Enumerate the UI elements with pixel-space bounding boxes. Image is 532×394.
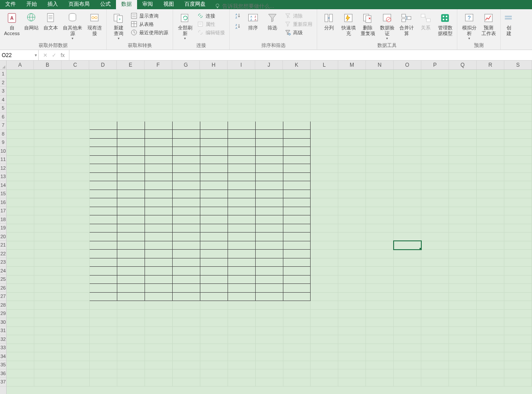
cell[interactable] [7,326,34,335]
flash-fill-button[interactable]: 快速填充 [339,11,358,37]
sort-az-button[interactable]: AZ [232,12,243,20]
tab-file[interactable]: 文件 [0,0,21,9]
cell[interactable] [34,344,62,352]
cell[interactable] [62,233,90,241]
cell[interactable] [117,292,145,301]
cell[interactable] [366,233,394,241]
cell[interactable] [172,275,200,284]
cell[interactable] [504,258,532,267]
cell[interactable] [394,352,421,361]
cell[interactable] [394,104,421,113]
cell[interactable] [338,301,366,310]
cell[interactable] [338,147,366,156]
cell[interactable] [200,113,228,122]
row-header[interactable]: 13 [0,172,6,181]
row-header[interactable]: 22 [0,250,6,258]
cell[interactable] [62,258,90,267]
cell[interactable] [338,79,366,87]
cell[interactable] [117,369,145,378]
cell[interactable] [228,258,255,267]
cell[interactable] [283,147,311,156]
cell[interactable] [283,155,311,164]
cell[interactable] [476,104,504,113]
cell[interactable] [394,87,421,96]
cell[interactable] [311,335,338,344]
cell[interactable] [34,79,62,87]
cell[interactable] [62,301,90,310]
cell[interactable] [34,96,62,104]
dropdown-icon[interactable]: ▾ [35,53,37,57]
cell[interactable] [90,70,117,79]
cell[interactable] [200,164,228,173]
row-header[interactable]: 3 [0,87,6,96]
cell[interactable] [311,326,338,335]
cell[interactable] [283,87,311,96]
cell[interactable] [504,96,532,104]
cell[interactable] [145,335,173,344]
cell[interactable] [255,318,283,327]
cell[interactable] [476,318,504,327]
cell[interactable] [504,198,532,207]
cell[interactable] [62,207,90,215]
cell[interactable] [366,70,394,79]
cell[interactable] [421,181,449,190]
tab-insert[interactable]: 插入 [42,0,63,9]
cell[interactable] [90,181,117,190]
cell[interactable] [449,87,477,96]
cell[interactable] [449,326,477,335]
from-table-button[interactable]: 从表格 [129,20,170,28]
cell[interactable] [421,130,449,139]
cell[interactable] [394,318,421,327]
cell[interactable] [311,172,338,181]
cell[interactable] [283,207,311,215]
cell[interactable] [421,87,449,96]
cell[interactable] [394,267,421,276]
cell[interactable] [200,181,228,190]
cell[interactable] [90,292,117,301]
cell[interactable] [200,198,228,207]
cell[interactable] [283,79,311,87]
cell[interactable] [117,241,145,250]
cell[interactable] [228,155,255,164]
cell[interactable] [311,378,338,387]
cell[interactable] [7,275,34,284]
row-header[interactable]: 34 [0,352,6,361]
cell[interactable] [228,233,255,241]
cell[interactable] [34,164,62,173]
cell[interactable] [449,155,477,164]
cell[interactable] [90,130,117,139]
cell[interactable] [145,113,173,122]
cell[interactable] [394,155,421,164]
column-header[interactable]: G [172,61,200,69]
cell[interactable] [504,190,532,198]
row-header[interactable]: 24 [0,267,6,276]
cell[interactable] [311,138,338,147]
column-header[interactable]: O [394,61,421,69]
consolidate-button[interactable]: 合并计算 [397,11,416,37]
cells-area[interactable] [7,70,532,394]
cell[interactable] [90,87,117,96]
cell[interactable] [504,79,532,87]
cell[interactable] [283,113,311,122]
cell[interactable] [90,224,117,233]
cell[interactable] [62,155,90,164]
cell[interactable] [449,181,477,190]
cell[interactable] [449,96,477,104]
cell[interactable] [421,335,449,344]
cell[interactable] [504,70,532,79]
cell[interactable] [228,335,255,344]
cell[interactable] [117,96,145,104]
cell[interactable] [90,215,117,224]
cell[interactable] [283,181,311,190]
cell[interactable] [394,190,421,198]
cell[interactable] [449,284,477,293]
cell[interactable] [172,87,200,96]
cell[interactable] [145,378,173,387]
cell[interactable] [62,164,90,173]
cell[interactable] [504,224,532,233]
filter-button[interactable]: 筛选 [263,11,282,32]
cell[interactable] [504,309,532,318]
cell[interactable] [172,113,200,122]
column-header[interactable]: E [117,61,145,69]
cell[interactable] [504,241,532,250]
